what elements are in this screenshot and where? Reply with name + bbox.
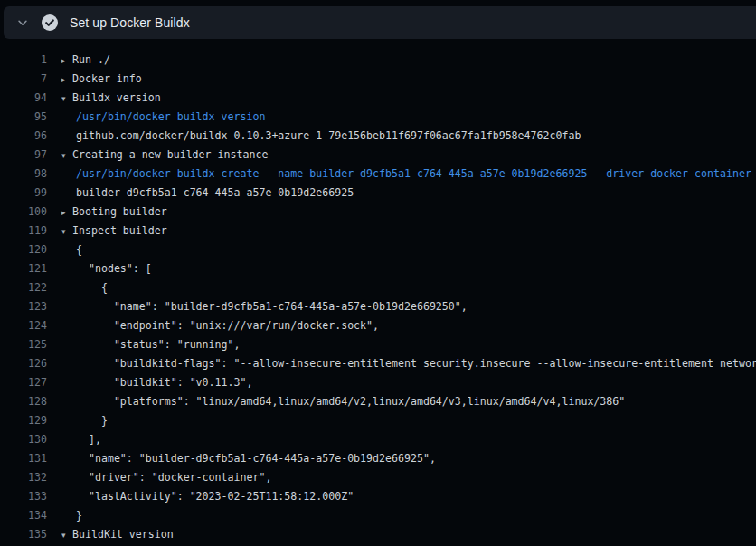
log-output-text: "buildkitd-flags": "--allow-insecure-ent…: [76, 357, 756, 370]
log-line: 123 "name": "builder-d9cfb5a1-c764-445a-…: [0, 297, 756, 316]
log-group-header[interactable]: ▾Creating a new builder instance: [47, 146, 756, 165]
line-number[interactable]: 133: [0, 487, 47, 506]
line-number[interactable]: 122: [0, 278, 47, 297]
log-output-text: "buildkit": "v0.11.3",: [76, 376, 252, 389]
log-line: 135 ▾BuildKit version: [0, 525, 756, 544]
log-output-text: "platforms": "linux/amd64,linux/amd64/v2…: [76, 395, 625, 408]
log-output-text: "endpoint": "unix:///var/run/docker.sock…: [76, 319, 379, 332]
line-number[interactable]: 94: [0, 89, 47, 108]
step-title: Set up Docker Buildx: [70, 15, 190, 30]
group-title[interactable]: Booting builder: [72, 205, 167, 218]
line-number[interactable]: 130: [0, 430, 47, 449]
log-line: 125 "status": "running",: [0, 335, 756, 354]
group-title[interactable]: Docker info: [72, 72, 142, 85]
log-line: 128 "platforms": "linux/amd64,linux/amd6…: [0, 392, 756, 411]
line-number[interactable]: 121: [0, 259, 47, 278]
log-line: 134 }: [0, 506, 756, 525]
line-number[interactable]: 126: [0, 354, 47, 373]
line-number[interactable]: 100: [0, 202, 47, 221]
line-number[interactable]: 127: [0, 373, 47, 392]
log-command-text: /usr/bin/docker buildx create --name bui…: [76, 167, 751, 180]
log-line: 97 ▾Creating a new builder instance: [0, 146, 756, 165]
log-group-header[interactable]: ▾Buildx version: [47, 89, 756, 108]
line-number[interactable]: 123: [0, 297, 47, 316]
log-line: 1 ▸Run ./: [0, 51, 756, 70]
log-line: 98 /usr/bin/docker buildx create --name …: [0, 165, 756, 184]
line-number[interactable]: 96: [0, 127, 47, 146]
log-line: 122 {: [0, 278, 756, 297]
log-line: 120 {: [0, 240, 756, 259]
log-line: 124 "endpoint": "unix:///var/run/docker.…: [0, 316, 756, 335]
line-number[interactable]: 98: [0, 165, 47, 184]
log-output-text: builder-d9cfb5a1-c764-445a-a57e-0b19d2e6…: [76, 186, 354, 199]
log-line: 126 "buildkitd-flags": "--allow-insecure…: [0, 354, 756, 373]
log-line: 130 ],: [0, 430, 756, 449]
log-line: 100 ▸Booting builder: [0, 202, 756, 221]
line-number[interactable]: 124: [0, 316, 47, 335]
group-expanded-icon[interactable]: ▾: [61, 526, 72, 545]
step-header[interactable]: Set up Docker Buildx: [4, 6, 756, 39]
line-number[interactable]: 119: [0, 221, 47, 240]
log-output-text: "lastActivity": "2023-02-25T11:58:12.000…: [76, 490, 354, 503]
log-line: 95 /usr/bin/docker buildx version: [0, 108, 756, 127]
group-expanded-icon[interactable]: ▾: [61, 89, 72, 108]
log-line: 99 builder-d9cfb5a1-c764-445a-a57e-0b19d…: [0, 184, 756, 202]
log-group-header[interactable]: ▸Run ./: [47, 51, 756, 70]
log-group-header[interactable]: ▸Booting builder: [47, 202, 756, 221]
line-number[interactable]: 135: [0, 525, 47, 544]
log-command-text: /usr/bin/docker buildx version: [76, 110, 265, 123]
log-output-text: {: [76, 243, 82, 256]
log-output-text: "nodes": [: [76, 262, 152, 275]
log-line: 96 github.com/docker/buildx 0.10.3+azure…: [0, 127, 756, 146]
log-line: 94 ▾Buildx version: [0, 89, 756, 108]
group-title[interactable]: Buildx version: [72, 91, 161, 104]
log-group-header[interactable]: ▾BuildKit version: [47, 525, 756, 544]
log-output-text: }: [76, 509, 82, 522]
line-number[interactable]: 120: [0, 240, 47, 259]
group-title[interactable]: Run ./: [72, 53, 110, 66]
group-title[interactable]: Inspect builder: [72, 224, 167, 237]
log-line: 127 "buildkit": "v0.11.3",: [0, 373, 756, 392]
chevron-down-icon[interactable]: [15, 15, 30, 30]
log-output-text: "driver": "docker-container",: [76, 471, 271, 484]
line-number[interactable]: 131: [0, 449, 47, 468]
line-number[interactable]: 128: [0, 392, 47, 411]
log-line: 133 "lastActivity": "2023-02-25T11:58:12…: [0, 487, 756, 506]
log-output-text: "name": "builder-d9cfb5a1-c764-445a-a57e…: [76, 300, 468, 313]
log-output-text: {: [76, 281, 108, 294]
group-title[interactable]: BuildKit version: [72, 528, 174, 541]
line-number[interactable]: 125: [0, 335, 47, 354]
line-number[interactable]: 132: [0, 468, 47, 487]
log-output-text: ],: [76, 433, 101, 446]
log-group-header[interactable]: ▾Inspect builder: [47, 221, 756, 240]
log-line: 129 }: [0, 411, 756, 430]
log-line: 131 "name": "builder-d9cfb5a1-c764-445a-…: [0, 449, 756, 468]
check-circle-icon: [42, 14, 58, 31]
log-output-text: "status": "running",: [76, 338, 240, 351]
log-line: 119 ▾Inspect builder: [0, 221, 756, 240]
group-collapsed-icon[interactable]: ▸: [61, 71, 72, 89]
line-number[interactable]: 97: [0, 146, 47, 165]
log-line: 7 ▸Docker info: [0, 70, 756, 89]
log-line: 121 "nodes": [: [0, 259, 756, 278]
log-output-text: github.com/docker/buildx 0.10.3+azure-1 …: [76, 129, 581, 142]
group-title[interactable]: Creating a new builder instance: [72, 148, 268, 161]
line-number[interactable]: 99: [0, 184, 47, 202]
group-expanded-icon[interactable]: ▾: [61, 146, 72, 165]
group-collapsed-icon[interactable]: ▸: [61, 52, 72, 71]
line-number[interactable]: 1: [0, 51, 47, 70]
line-number[interactable]: 129: [0, 411, 47, 430]
log-viewer: 1 ▸Run ./ 7 ▸Docker info 94 ▾Buildx vers…: [0, 51, 756, 546]
line-number[interactable]: 7: [0, 70, 47, 89]
line-number[interactable]: 134: [0, 506, 47, 525]
group-expanded-icon[interactable]: ▾: [61, 222, 72, 241]
group-collapsed-icon[interactable]: ▸: [61, 203, 72, 222]
log-output-text: "name": "builder-d9cfb5a1-c764-445a-a57e…: [76, 452, 436, 465]
log-group-header[interactable]: ▸Docker info: [47, 70, 756, 89]
log-output-text: }: [76, 414, 108, 427]
log-line: 132 "driver": "docker-container",: [0, 468, 756, 487]
line-number[interactable]: 95: [0, 108, 47, 127]
